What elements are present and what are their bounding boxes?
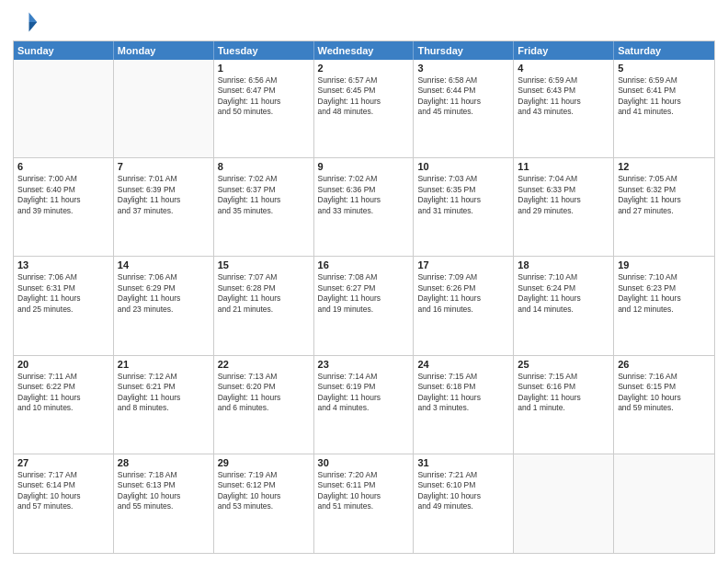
day-number: 29 — [218, 457, 310, 468]
cell-info: Sunrise: 7:02 AMSunset: 6:37 PMDaylight:… — [218, 174, 310, 216]
day-number: 7 — [118, 161, 210, 172]
header-day-friday: Friday — [514, 41, 614, 60]
calendar-cell-16: 16Sunrise: 7:08 AMSunset: 6:27 PMDayligh… — [314, 257, 415, 354]
day-number: 25 — [518, 359, 609, 370]
header-day-sunday: Sunday — [14, 41, 114, 60]
day-number: 21 — [118, 359, 210, 370]
calendar-cell-18: 18Sunrise: 7:10 AMSunset: 6:24 PMDayligh… — [514, 257, 614, 354]
cell-info: Sunrise: 7:15 AMSunset: 6:16 PMDaylight:… — [518, 372, 609, 414]
day-number: 27 — [17, 457, 109, 468]
cell-info: Sunrise: 6:59 AMSunset: 6:43 PMDaylight:… — [518, 75, 609, 118]
day-number: 30 — [318, 457, 410, 468]
cell-info: Sunrise: 6:59 AMSunset: 6:41 PMDaylight:… — [618, 75, 711, 118]
day-number: 1 — [218, 63, 310, 74]
cell-info: Sunrise: 7:11 AMSunset: 6:22 PMDaylight:… — [17, 372, 109, 414]
cell-info: Sunrise: 7:00 AMSunset: 6:40 PMDaylight:… — [17, 174, 109, 216]
cell-info: Sunrise: 7:06 AMSunset: 6:31 PMDaylight:… — [17, 272, 109, 315]
day-number: 6 — [17, 161, 109, 172]
day-number: 22 — [218, 359, 310, 370]
calendar-cell-13: 13Sunrise: 7:06 AMSunset: 6:31 PMDayligh… — [14, 257, 114, 354]
calendar-cell-24: 24Sunrise: 7:15 AMSunset: 6:18 PMDayligh… — [414, 356, 514, 454]
cell-info: Sunrise: 7:14 AMSunset: 6:19 PMDaylight:… — [318, 372, 410, 414]
cell-info: Sunrise: 6:56 AMSunset: 6:47 PMDaylight:… — [218, 75, 310, 118]
calendar-cell-28: 28Sunrise: 7:18 AMSunset: 6:13 PMDayligh… — [114, 454, 214, 553]
header-day-monday: Monday — [114, 41, 214, 60]
header-day-thursday: Thursday — [414, 41, 514, 60]
day-number: 24 — [417, 359, 509, 370]
cell-info: Sunrise: 7:16 AMSunset: 6:15 PMDaylight:… — [618, 372, 711, 414]
cell-info: Sunrise: 6:58 AMSunset: 6:44 PMDaylight:… — [417, 75, 509, 118]
calendar-cell-4: 4Sunrise: 6:59 AMSunset: 6:43 PMDaylight… — [514, 60, 614, 157]
calendar-cell-3: 3Sunrise: 6:58 AMSunset: 6:44 PMDaylight… — [414, 60, 514, 157]
calendar-cell-21: 21Sunrise: 7:12 AMSunset: 6:21 PMDayligh… — [114, 356, 214, 454]
cell-info: Sunrise: 7:17 AMSunset: 6:14 PMDaylight:… — [17, 470, 109, 512]
calendar-cell-15: 15Sunrise: 7:07 AMSunset: 6:28 PMDayligh… — [214, 257, 314, 354]
calendar-cell-empty — [14, 60, 114, 157]
calendar-cell-19: 19Sunrise: 7:10 AMSunset: 6:23 PMDayligh… — [614, 257, 714, 354]
page: SundayMondayTuesdayWednesdayThursdayFrid… — [0, 0, 728, 563]
svg-marker-0 — [29, 13, 38, 23]
cell-info: Sunrise: 7:20 AMSunset: 6:11 PMDaylight:… — [318, 470, 410, 512]
day-number: 9 — [318, 161, 410, 172]
calendar-cell-empty — [514, 454, 614, 553]
calendar-cell-23: 23Sunrise: 7:14 AMSunset: 6:19 PMDayligh… — [314, 356, 415, 454]
day-number: 28 — [118, 457, 210, 468]
day-number: 10 — [417, 161, 509, 172]
day-number: 15 — [218, 259, 310, 270]
calendar-cell-8: 8Sunrise: 7:02 AMSunset: 6:37 PMDaylight… — [214, 158, 314, 256]
day-number: 31 — [417, 457, 509, 468]
day-number: 14 — [118, 259, 210, 270]
calendar-cell-29: 29Sunrise: 7:19 AMSunset: 6:12 PMDayligh… — [214, 454, 314, 553]
calendar-row-4: 27Sunrise: 7:17 AMSunset: 6:14 PMDayligh… — [14, 454, 714, 553]
cell-info: Sunrise: 7:15 AMSunset: 6:18 PMDaylight:… — [417, 372, 509, 414]
calendar-cell-25: 25Sunrise: 7:15 AMSunset: 6:16 PMDayligh… — [514, 356, 614, 454]
svg-marker-1 — [29, 22, 38, 32]
cell-info: Sunrise: 7:13 AMSunset: 6:20 PMDaylight:… — [218, 372, 310, 414]
calendar-cell-2: 2Sunrise: 6:57 AMSunset: 6:45 PMDaylight… — [314, 60, 415, 157]
cell-info: Sunrise: 7:09 AMSunset: 6:26 PMDaylight:… — [417, 272, 509, 315]
calendar-cell-31: 31Sunrise: 7:21 AMSunset: 6:10 PMDayligh… — [414, 454, 514, 553]
calendar-cell-26: 26Sunrise: 7:16 AMSunset: 6:15 PMDayligh… — [614, 356, 714, 454]
header-day-tuesday: Tuesday — [214, 41, 314, 60]
calendar-row-0: 1Sunrise: 6:56 AMSunset: 6:47 PMDaylight… — [14, 60, 714, 158]
day-number: 13 — [17, 259, 109, 270]
calendar-cell-22: 22Sunrise: 7:13 AMSunset: 6:20 PMDayligh… — [214, 356, 314, 454]
calendar-cell-17: 17Sunrise: 7:09 AMSunset: 6:26 PMDayligh… — [414, 257, 514, 354]
calendar-cell-9: 9Sunrise: 7:02 AMSunset: 6:36 PMDaylight… — [314, 158, 415, 256]
header-day-wednesday: Wednesday — [314, 41, 415, 60]
calendar-cell-6: 6Sunrise: 7:00 AMSunset: 6:40 PMDaylight… — [14, 158, 114, 256]
cell-info: Sunrise: 7:08 AMSunset: 6:27 PMDaylight:… — [318, 272, 410, 315]
calendar-row-1: 6Sunrise: 7:00 AMSunset: 6:40 PMDaylight… — [14, 158, 714, 257]
day-number: 11 — [518, 161, 609, 172]
calendar-cell-14: 14Sunrise: 7:06 AMSunset: 6:29 PMDayligh… — [114, 257, 214, 354]
header — [13, 9, 715, 35]
calendar-row-3: 20Sunrise: 7:11 AMSunset: 6:22 PMDayligh… — [14, 356, 714, 454]
day-number: 16 — [318, 259, 410, 270]
day-number: 18 — [518, 259, 609, 270]
calendar-cell-30: 30Sunrise: 7:20 AMSunset: 6:11 PMDayligh… — [314, 454, 415, 553]
calendar-cell-12: 12Sunrise: 7:05 AMSunset: 6:32 PMDayligh… — [614, 158, 714, 256]
cell-info: Sunrise: 7:19 AMSunset: 6:12 PMDaylight:… — [218, 470, 310, 512]
cell-info: Sunrise: 7:01 AMSunset: 6:39 PMDaylight:… — [118, 174, 210, 216]
cell-info: Sunrise: 7:21 AMSunset: 6:10 PMDaylight:… — [417, 470, 509, 512]
day-number: 20 — [17, 359, 109, 370]
calendar-cell-empty — [114, 60, 214, 157]
calendar-header: SundayMondayTuesdayWednesdayThursdayFrid… — [14, 41, 714, 60]
logo-icon — [13, 9, 39, 35]
cell-info: Sunrise: 7:18 AMSunset: 6:13 PMDaylight:… — [118, 470, 210, 512]
cell-info: Sunrise: 7:10 AMSunset: 6:23 PMDaylight:… — [618, 272, 711, 315]
cell-info: Sunrise: 7:03 AMSunset: 6:35 PMDaylight:… — [417, 174, 509, 216]
day-number: 2 — [318, 63, 410, 74]
calendar-cell-5: 5Sunrise: 6:59 AMSunset: 6:41 PMDaylight… — [614, 60, 714, 157]
header-day-saturday: Saturday — [614, 41, 714, 60]
logo — [13, 9, 42, 35]
cell-info: Sunrise: 7:06 AMSunset: 6:29 PMDaylight:… — [118, 272, 210, 315]
calendar-cell-7: 7Sunrise: 7:01 AMSunset: 6:39 PMDaylight… — [114, 158, 214, 256]
cell-info: Sunrise: 7:12 AMSunset: 6:21 PMDaylight:… — [118, 372, 210, 414]
calendar-cell-empty — [614, 454, 714, 553]
calendar-body: 1Sunrise: 6:56 AMSunset: 6:47 PMDaylight… — [14, 60, 714, 553]
day-number: 26 — [618, 359, 711, 370]
calendar-cell-11: 11Sunrise: 7:04 AMSunset: 6:33 PMDayligh… — [514, 158, 614, 256]
day-number: 5 — [618, 63, 711, 74]
calendar-cell-27: 27Sunrise: 7:17 AMSunset: 6:14 PMDayligh… — [14, 454, 114, 553]
